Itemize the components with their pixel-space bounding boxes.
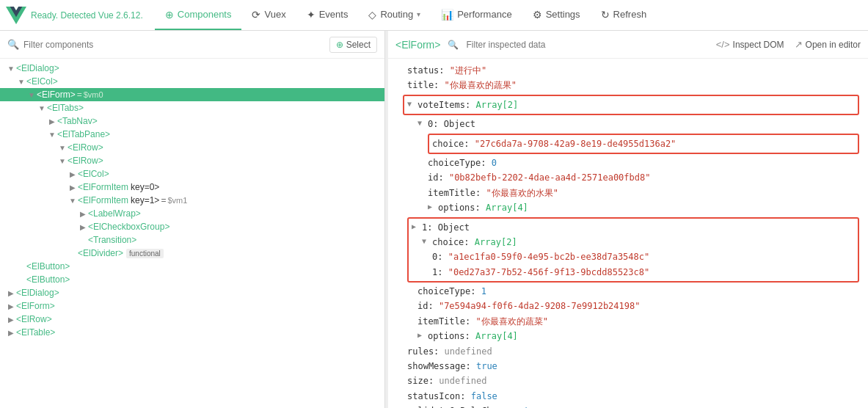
nav-components[interactable]: ⊕ Components [155,0,242,30]
nav-performance-label: Performance [457,9,511,20]
nav-settings[interactable]: ⚙ Settings [522,0,591,30]
search-bar: 🔍 ⊕ Select [0,31,384,59]
search-icon: 🔍 [7,39,19,50]
tree-item-eltabpane[interactable]: <ElTabPane> [0,128,384,141]
data-validateonrule: validateOnRuleChange: true [397,404,859,408]
vote-items-section: voteItems: Array[2] [403,95,859,115]
right-actions: </> Inspect DOM ↗ Open in editor [716,39,861,50]
logo-area: Ready. Detected Vue 2.6.12. [6,5,155,26]
data-item1-options[interactable]: options: Array[4] [397,329,859,343]
data-statusicon: statusIcon: false [397,389,859,404]
item0-choice-section: choice: "27c6da7a-9708-42a9-8e19-de4955d… [428,134,859,154]
top-nav: Ready. Detected Vue 2.6.12. ⊕ Components… [0,0,868,31]
filter-data-input[interactable] [466,40,708,50]
nav-vuex[interactable]: ⟳ Vuex [241,0,296,30]
functional-badge: functional [126,249,164,258]
tree-item-eltabs[interactable]: <ElTabs> [0,101,384,114]
data-voteitems-header[interactable]: voteItems: Array[2] [407,98,855,112]
tree-item-elbutton-1[interactable]: <ElButton> [0,260,384,273]
data-status: status: "进行中" [397,63,859,78]
item1-section: 1: Object choice: Array[2] 0: "a1ec1fa0-… [407,217,859,283]
select-button[interactable]: ⊕ Select [329,37,377,53]
item1-arrow[interactable] [412,220,422,233]
nav-routing-label: Routing [380,9,413,20]
nav-events[interactable]: ✦ Events [296,0,359,30]
components-icon: ⊕ [165,9,174,21]
arrow-elrow-2 [57,157,68,165]
tree-item-elrow-1[interactable]: <ElRow> [0,141,384,154]
left-panel: 🔍 ⊕ Select <ElDialog> <ElCol> <ElForm> = [0,31,385,408]
data-item1-header[interactable]: 1: Object [412,220,855,235]
tree-item-elcol-2[interactable]: <ElCol> [0,167,384,181]
data-size: size: undefined [397,374,859,388]
data-title: title: "你最喜欢的蔬果" [397,78,859,92]
routing-chevron: ▾ [417,10,420,18]
data-item0-id: id: "0b82befb-2202-4dae-aa4d-2571ea00fbd… [397,170,859,185]
data-item0-options[interactable]: options: Array[4] [397,200,859,215]
data-item0-choicetype: choiceType: 0 [397,156,859,170]
data-inspector: status: "进行中" title: "你最喜欢的蔬果" voteItems… [388,59,868,408]
arrow-elformitem-1 [68,197,78,205]
select-label: Select [346,40,371,50]
arrow-labelwrap [78,210,88,218]
nav-refresh-label: Refresh [613,9,647,20]
tree-item-elbutton-2[interactable]: <ElButton> [0,273,384,286]
tree-item-elformitem-0[interactable]: <ElFormItem key=0> [0,181,384,194]
settings-icon: ⚙ [533,9,542,21]
data-item0-header[interactable]: 0: Object [397,117,859,131]
arrow-elcol-2 [68,170,78,178]
data-item0-choice: choice: "27c6da7a-9708-42a9-8e19-de4955d… [432,136,855,151]
tree-item-eltable[interactable]: <ElTable> [0,326,384,339]
filter-icon: 🔍 [448,40,459,50]
data-item1-id: id: "7e594a94-f0f6-4da2-9208-7e9912b2419… [397,299,859,313]
tree-item-elform-2[interactable]: <ElForm> [0,299,384,313]
tree-item-elcheckboxgroup[interactable]: <ElCheckboxGroup> [0,220,384,233]
filter-components-input[interactable] [23,40,325,50]
tree-item-elrow-3[interactable]: <ElRow> [0,313,384,326]
main-layout: 🔍 ⊕ Select <ElDialog> <ElCol> <ElForm> = [0,31,868,408]
nav-components-label: Components [178,9,232,20]
tree-item-elrow-2[interactable]: <ElRow> [0,154,384,167]
arrow-elrow-3 [6,316,16,324]
inspect-dom-label: Inspect DOM [733,40,784,50]
arrow-elform-2 [6,302,16,310]
data-item1-choicetype: choiceType: 1 [397,284,859,299]
tree-item-elcol-1[interactable]: <ElCol> [0,75,384,88]
selected-component-title: <ElForm> [395,39,440,51]
tree-item-elformitem-1[interactable]: <ElFormItem key=1> = $vm1 [0,194,384,207]
item0-arrow[interactable] [417,117,428,129]
data-item1-choice-header[interactable]: choice: Array[2] [412,235,855,249]
cursor-icon: ⊕ [336,40,343,50]
nav-refresh[interactable]: ↻ Refresh [591,0,657,30]
tree-item-eldialog-1[interactable]: <ElDialog> [0,62,384,75]
tree-item-elform-selected[interactable]: <ElForm> = $vm0 [0,88,384,101]
data-item1-choice-1: 1: "0ed27a37-7b52-456f-9f13-9bcdd85523c8… [412,265,855,280]
item1-options-arrow[interactable] [417,329,428,341]
nav-items: ⊕ Components ⟳ Vuex ✦ Events ◇ Routing ▾… [155,0,862,30]
data-item1-itemtitle: itemTitle: "你最喜欢的蔬菜" [397,314,859,329]
nav-routing[interactable]: ◇ Routing ▾ [358,0,431,30]
tree-item-eldialog-2[interactable]: <ElDialog> [0,286,384,299]
arrow-tabnav [47,117,57,125]
tree-item-eldivider[interactable]: <ElDivider> functional [0,247,384,260]
arrow-elform [26,91,37,99]
voteitems-arrow[interactable] [407,98,417,110]
right-header: <ElForm> 🔍 </> Inspect DOM ↗ Open in edi… [388,31,868,59]
item1-choice-arrow[interactable] [422,235,432,247]
ready-text: Ready. Detected Vue 2.6.12. [31,10,143,21]
tree-item-tabnav[interactable]: <TabNav> [0,114,384,128]
editor-icon: ↗ [795,39,803,50]
item0-options-arrow[interactable] [428,200,438,213]
inspect-dom-button[interactable]: </> Inspect DOM [716,39,784,50]
open-in-editor-button[interactable]: ↗ Open in editor [795,39,861,50]
nav-performance[interactable]: 📊 Performance [431,0,522,30]
tree-item-transition[interactable]: <Transition> [0,233,384,247]
arrow-elrow-1 [57,144,68,152]
refresh-icon: ↻ [601,9,610,21]
tree-item-labelwrap[interactable]: <LabelWrap> [0,207,384,220]
right-panel: <ElForm> 🔍 </> Inspect DOM ↗ Open in edi… [388,31,868,408]
data-showmessage: showMessage: true [397,359,859,374]
nav-events-label: Events [319,9,349,20]
nav-vuex-label: Vuex [264,9,285,20]
arrow-eltable [6,329,16,337]
